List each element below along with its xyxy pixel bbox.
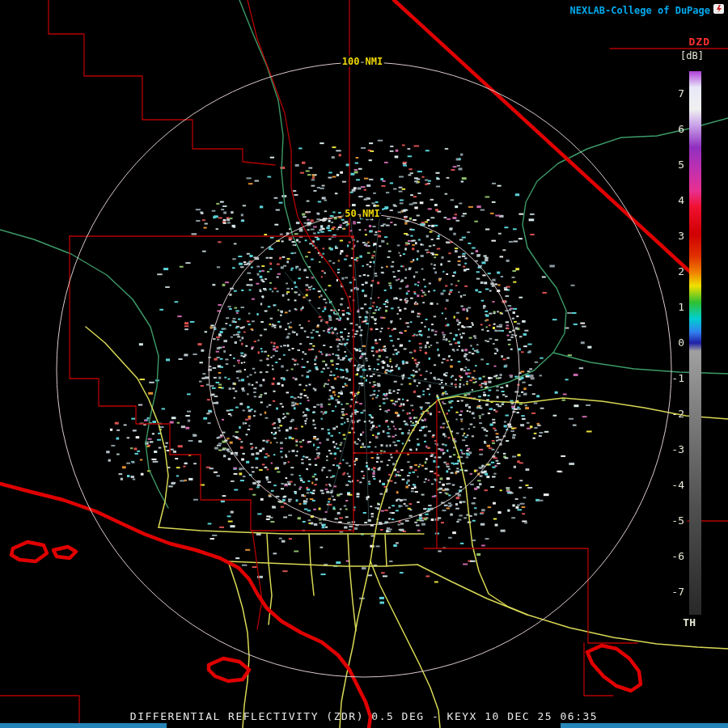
colorbar: 76543210-1-2-3-4-5-6-7	[671, 71, 701, 615]
colorbar-tick: 2	[678, 265, 684, 277]
river-line	[438, 118, 728, 400]
river-line	[0, 230, 168, 508]
county-line	[252, 531, 262, 629]
state-border-line	[587, 645, 641, 691]
colorbar-tick: -5	[671, 514, 684, 527]
highway-line	[417, 565, 728, 649]
county-line	[248, 0, 351, 311]
cod-logo-icon	[713, 2, 726, 15]
range-ring-label: 100 NMI	[342, 56, 383, 67]
cod-logo-glyph	[713, 2, 726, 15]
product-title: DIFFERENTIAL REFLECTIVITY (ZDR) 0.5 DEG …	[0, 710, 728, 722]
radar-display: 100 NMI50 NMI76543210-1-2-3-4-5-6-7 NEXL…	[0, 0, 728, 728]
range-ring-label: 50 NMI	[345, 208, 379, 219]
colorbar-tick: -6	[671, 550, 684, 562]
colorbar-tick: -1	[671, 372, 684, 384]
state-border-line	[209, 658, 249, 681]
footer-bar-right	[561, 723, 728, 728]
range-ring	[57, 62, 671, 677]
county-line	[49, 0, 275, 165]
product-code-label: DZD	[689, 36, 710, 48]
range-rings-layer: 100 NMI50 NMI	[57, 56, 671, 677]
colorbar-tick: -4	[671, 479, 684, 491]
colorbar-tick: 3	[678, 230, 684, 242]
state-border-line	[53, 547, 76, 558]
colorbar-tick: 0	[678, 336, 684, 349]
footer-bar-left	[0, 723, 167, 728]
units-label: [dB]	[680, 50, 704, 61]
county-line	[349, 0, 353, 532]
basemap-layer	[0, 0, 728, 728]
highway-line	[438, 400, 527, 615]
map-svg: 100 NMI50 NMI76543210-1-2-3-4-5-6-7	[0, 0, 728, 728]
highway-line	[370, 561, 440, 728]
range-ring	[209, 214, 519, 525]
highway-line	[228, 561, 249, 728]
colorbar-tick: -7	[671, 586, 684, 598]
highway-line	[385, 534, 387, 566]
state-border-line	[0, 484, 370, 728]
colorbar-tick: -3	[671, 443, 684, 455]
brand-text: NEXLAB-College of DuPage	[570, 5, 710, 16]
river-line	[553, 353, 728, 374]
highway-line	[86, 327, 168, 527]
colorbar-tick: 4	[678, 194, 684, 206]
county-line	[424, 548, 637, 643]
colorbar-gradient	[689, 71, 701, 615]
colorbar-tick: -2	[671, 408, 684, 420]
river-line	[239, 0, 340, 317]
colorbar-tick: 5	[678, 159, 684, 171]
colorbar-tick: 7	[678, 87, 684, 99]
highway-line	[348, 534, 356, 631]
colorbar-tick: 6	[678, 123, 684, 135]
state-border-line	[11, 542, 47, 561]
colorbar-bottom-label: TH	[683, 616, 696, 629]
colorbar-tick: 1	[678, 301, 684, 313]
